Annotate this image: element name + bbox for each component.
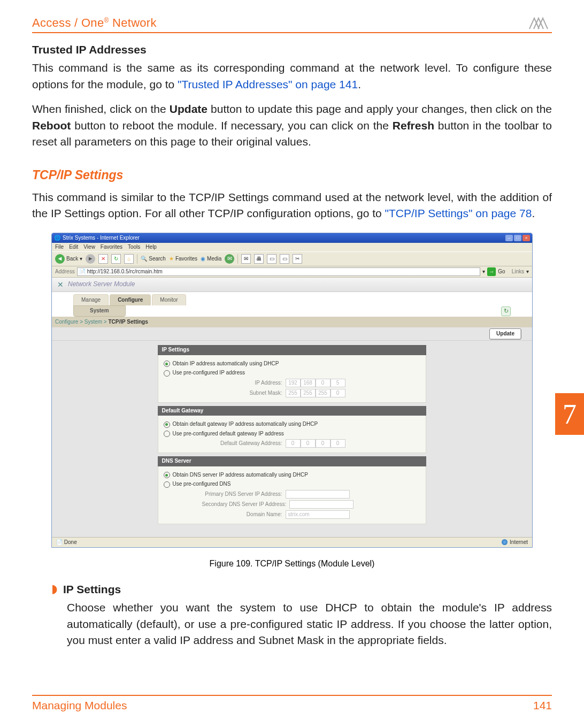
page-body: ✕ Network Server Module Manage Configure… <box>52 278 532 537</box>
text: button to reboot the module. If necessar… <box>71 119 392 132</box>
dns-domain-input[interactable]: strix.com <box>286 510 350 519</box>
product-title: Access / One® Network <box>32 16 157 30</box>
menu-favorites[interactable]: Favorites <box>101 243 122 251</box>
bullet-ip-settings: ◗ IP Settings <box>51 581 552 597</box>
dns-static-option[interactable]: Use pre-configured DNS <box>164 480 421 488</box>
menu-tools[interactable]: Tools <box>128 243 140 251</box>
ip-static-option[interactable]: Use pre-configured IP address <box>164 369 421 377</box>
ip-octet[interactable]: 0 <box>316 379 331 387</box>
trusted-ip-para1: This command is the same as its correspo… <box>32 60 552 93</box>
radio-label: Use pre-configured DNS <box>173 480 231 488</box>
forward-button[interactable]: ► <box>86 254 95 264</box>
search-button[interactable]: 🔍Search <box>141 255 166 263</box>
links-dropdown-icon[interactable]: ▾ <box>526 268 529 276</box>
history-button[interactable]: ✉ <box>225 254 234 264</box>
ie-logo-icon: 🌐 <box>54 234 60 242</box>
ip-octet[interactable]: 192 <box>286 379 301 387</box>
print-button[interactable]: 🖶 <box>254 254 264 264</box>
breadcrumb-prefix: Configure > System > <box>55 319 109 325</box>
bold-refresh: Refresh <box>393 119 434 132</box>
maximize-button[interactable]: □ <box>514 235 521 241</box>
mask-octet[interactable]: 255 <box>301 389 316 397</box>
address-input[interactable]: 📄 http://192.168.0.5/rc/rcmain.htm <box>77 267 481 276</box>
stop-button[interactable]: ✕ <box>98 254 108 264</box>
zone-label: Internet <box>510 539 528 547</box>
bullet-body: Choose whether you want the system to us… <box>67 600 552 648</box>
link-trusted-ip[interactable]: "Trusted IP Addresses" on page 141 <box>178 78 358 90</box>
minimize-button[interactable]: – <box>505 235 513 241</box>
radio-label: Obtain DNS server IP address automatical… <box>173 471 308 479</box>
page-refresh-icon[interactable]: ↻ <box>501 306 511 316</box>
go-button[interactable]: → <box>487 267 496 276</box>
gw-octet[interactable]: 0 <box>316 439 331 448</box>
tab-configure[interactable]: Configure <box>110 294 151 306</box>
address-dropdown-icon[interactable]: ▾ <box>482 268 485 276</box>
tab-manage[interactable]: Manage <box>73 294 109 306</box>
dns-secondary-row: Secondary DNS Server IP Address: <box>202 500 421 509</box>
bold-reboot: Reboot <box>32 119 71 132</box>
edit-button[interactable]: ▭ <box>267 254 276 264</box>
links-label[interactable]: Links <box>512 268 524 276</box>
ip-address-row: IP Address: 192 168 0 5 <box>202 379 421 387</box>
dns-dhcp-option[interactable]: Obtain DNS server IP address automatical… <box>164 471 421 479</box>
status-text: Done <box>64 539 77 545</box>
menu-edit[interactable]: Edit <box>69 243 78 251</box>
text: button to update this page and apply you… <box>208 103 552 115</box>
subnet-mask-row: Subnet Mask: 255 255 255 0 <box>202 389 421 397</box>
radio-checked-icon <box>164 472 170 478</box>
browser-toolbar: ◄Back▾ ► ✕ ↻ ⌂ 🔍Search ★Favorites ◉Media… <box>52 251 532 266</box>
gw-octet[interactable]: 0 <box>286 439 301 448</box>
status-right: Internet <box>502 539 528 547</box>
panel-ip-settings: IP Settings Obtain IP address automatica… <box>158 345 427 403</box>
gw-octet[interactable]: 0 <box>301 439 316 448</box>
radio-icon <box>164 481 170 488</box>
mask-octet[interactable]: 255 <box>286 389 301 397</box>
ip-address-label: IP Address: <box>202 379 282 387</box>
ip-octet[interactable]: 168 <box>301 379 316 387</box>
home-button[interactable]: ⌂ <box>124 254 134 264</box>
refresh-button[interactable]: ↻ <box>111 254 121 264</box>
module-title-bar: ✕ Network Server Module <box>52 278 532 292</box>
text: . <box>532 207 535 219</box>
text: When finished, click on the <box>32 103 170 115</box>
panel-dns-title: DNS Server <box>158 456 427 466</box>
footer-page-number: 141 <box>533 699 552 712</box>
update-row: Update <box>52 327 532 341</box>
menu-help[interactable]: Help <box>145 243 157 251</box>
subtab-system[interactable]: System <box>73 305 126 317</box>
dns-secondary-input[interactable] <box>289 500 354 509</box>
discuss-button[interactable]: ▭ <box>280 254 289 264</box>
ip-dhcp-option[interactable]: Obtain IP address automatically using DH… <box>164 360 421 368</box>
dns-primary-input[interactable] <box>286 490 350 499</box>
globe-icon <box>502 539 508 545</box>
gw-dhcp-option[interactable]: Obtain default gateway IP address automa… <box>164 420 421 428</box>
menu-file[interactable]: File <box>55 243 64 251</box>
bullet-title: IP Settings <box>63 581 121 597</box>
search-label: Search <box>149 255 166 263</box>
tab-monitor[interactable]: Monitor <box>152 294 186 306</box>
chapter-tab: 7 <box>555 393 584 435</box>
link-tcpip[interactable]: "TCP/IP Settings" on page 78 <box>385 207 532 219</box>
text: . <box>358 78 361 90</box>
footer-left: Managing Modules <box>32 699 127 712</box>
extra-button[interactable]: ✂ <box>293 254 302 264</box>
brand-logo-icon <box>528 16 552 30</box>
menu-view[interactable]: View <box>83 243 95 251</box>
address-bar: Address 📄 http://192.168.0.5/rc/rcmain.h… <box>52 266 532 278</box>
gw-static-option[interactable]: Use pre-configured default gateway IP ad… <box>164 430 421 438</box>
subnet-mask-label: Subnet Mask: <box>202 389 282 397</box>
tcpip-para: This command is similar to the TCP/IP Se… <box>32 189 552 222</box>
media-button[interactable]: ◉Media <box>201 255 221 263</box>
favorites-button[interactable]: ★Favorites <box>169 255 197 263</box>
radio-icon <box>164 370 170 377</box>
module-title: Network Server Module <box>68 280 135 289</box>
radio-label: Use pre-configured IP address <box>173 369 245 377</box>
close-button[interactable]: × <box>522 235 530 241</box>
gw-octet[interactable]: 0 <box>331 439 345 448</box>
mask-octet[interactable]: 0 <box>331 389 345 397</box>
mask-octet[interactable]: 255 <box>316 389 331 397</box>
update-button[interactable]: Update <box>489 328 521 340</box>
mail-button[interactable]: ✉ <box>241 254 251 264</box>
ip-octet[interactable]: 5 <box>331 379 345 387</box>
back-button[interactable]: ◄Back▾ <box>55 254 82 264</box>
